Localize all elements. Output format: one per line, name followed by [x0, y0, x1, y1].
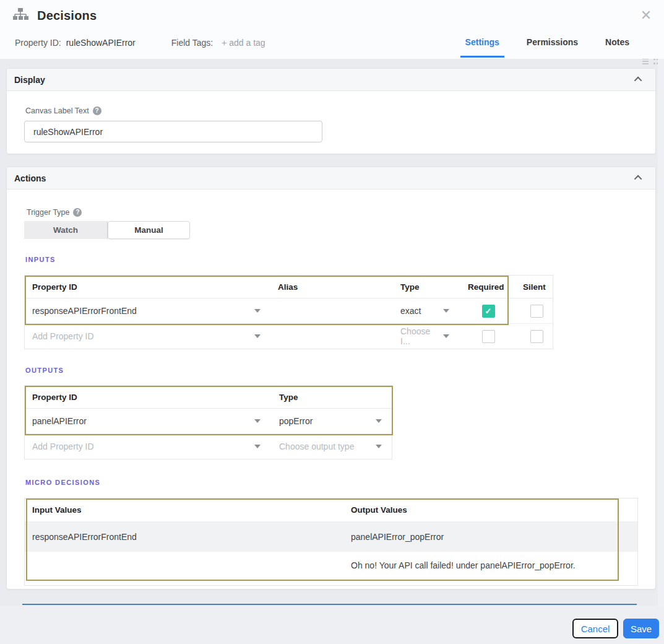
input-type-value: exact	[400, 306, 421, 316]
column-header: Alias	[270, 282, 385, 292]
inputs-group-label: INPUTS	[25, 256, 56, 263]
inputs-add-row: Add Property ID Choose I...	[25, 324, 553, 349]
sitemap-icon	[12, 7, 28, 24]
tab-notes[interactable]: Notes	[600, 36, 634, 58]
section-title: Actions	[14, 173, 46, 183]
outputs-group-label: OUTPUTS	[25, 367, 64, 374]
chevron-down-icon	[254, 309, 261, 313]
page-title: Decisions	[37, 9, 97, 23]
column-header: Type	[270, 393, 392, 402]
add-property-id-placeholder: Add Property ID	[32, 331, 94, 341]
output-property-id-value: panelAPIError	[32, 416, 87, 426]
chevron-down-icon	[443, 309, 449, 313]
tab-settings[interactable]: Settings	[460, 36, 504, 58]
field-tags-label: Field Tags:	[171, 38, 213, 48]
column-header: Property ID	[25, 282, 270, 292]
property-id-value: ruleShowAPIError	[66, 38, 136, 48]
column-header: Required	[459, 282, 509, 292]
required-checkbox[interactable]: ✓	[482, 305, 495, 318]
column-header: Input Values	[25, 505, 343, 515]
choose-input-type-dropdown[interactable]: Choose I...	[385, 326, 459, 346]
trigger-type-toggle: Watch Manual	[24, 221, 190, 239]
input-property-id-value: responseAPIErrorFrontEnd	[32, 306, 137, 316]
chevron-down-icon	[254, 445, 261, 448]
add-property-id-dropdown[interactable]: Add Property ID	[25, 442, 270, 451]
column-header: Output Values	[343, 505, 637, 515]
display-section-header[interactable]: Display	[7, 69, 655, 91]
section-title: Display	[14, 75, 45, 85]
modal-header: Decisions ✕ Property ID: ruleShowAPIErro…	[0, 0, 664, 59]
outputs-row: panelAPIError popError	[25, 409, 392, 434]
micro-decisions-header: Input Values Output Values	[25, 498, 637, 522]
cancel-button[interactable]: Cancel	[572, 619, 618, 638]
output-property-id-dropdown[interactable]: panelAPIError	[25, 416, 270, 426]
chevron-down-icon	[443, 334, 449, 338]
actions-section: Actions Trigger Type ? Watch Manual INPU…	[6, 167, 656, 590]
inputs-table: Property ID Alias Type Required Silent r…	[24, 275, 553, 349]
add-property-id-dropdown[interactable]: Add Property ID	[25, 331, 270, 341]
add-property-id-placeholder: Add Property ID	[32, 442, 94, 451]
property-id-label: Property ID:	[15, 38, 61, 48]
column-header: Type	[385, 282, 459, 292]
column-header: Silent	[509, 282, 553, 292]
choose-output-type-placeholder: Choose output type	[279, 442, 354, 451]
micro-output-value: panelAPIError_popError	[343, 532, 637, 542]
input-type-dropdown[interactable]: exact	[385, 306, 459, 316]
output-type-value: popError	[279, 416, 313, 426]
tab-permissions[interactable]: Permissions	[522, 36, 583, 58]
actions-section-header[interactable]: Actions	[7, 167, 655, 189]
chevron-down-icon	[376, 445, 382, 448]
micro-decisions-table: Input Values Output Values responseAPIEr…	[24, 498, 638, 586]
column-header: Property ID	[25, 393, 270, 402]
trigger-manual-option[interactable]: Manual	[108, 221, 190, 239]
output-type-dropdown[interactable]: popError	[270, 416, 392, 426]
micro-decisions-row[interactable]: Oh no! Your API call failed! under panel…	[25, 552, 637, 579]
outputs-table: Property ID Type panelAPIError popError …	[24, 385, 392, 459]
chevron-down-icon	[254, 419, 261, 423]
trigger-watch-option[interactable]: Watch	[24, 221, 108, 239]
help-icon[interactable]: ?	[73, 208, 82, 217]
choose-input-type-placeholder: Choose I...	[400, 326, 438, 346]
trigger-type-label: Trigger Type	[27, 208, 69, 217]
chevron-up-icon[interactable]	[634, 175, 642, 183]
silent-checkbox[interactable]	[530, 330, 543, 343]
close-icon[interactable]: ✕	[638, 7, 654, 24]
chevron-down-icon	[376, 419, 382, 423]
hamburger-icon	[642, 58, 649, 66]
inputs-table-header: Property ID Alias Type Required Silent	[25, 276, 553, 298]
micro-decisions-group-label: MICRO DECISIONS	[25, 479, 100, 486]
display-section: Display Canvas Label Text ?	[6, 68, 656, 154]
checkmark-icon: ✓	[485, 307, 492, 316]
chevron-down-icon	[254, 334, 261, 338]
inputs-row: responseAPIErrorFrontEnd exact ✓	[25, 298, 553, 324]
scrollbar[interactable]	[658, 59, 664, 606]
tab-bar: Settings Permissions Notes	[460, 36, 634, 58]
modal-footer: Cancel Save	[0, 606, 664, 644]
decisions-settings-modal: Decisions ✕ Property ID: ruleShowAPIErro…	[0, 0, 664, 644]
outputs-table-header: Property ID Type	[25, 386, 392, 409]
micro-output-message: Oh no! Your API call failed! under panel…	[343, 560, 637, 570]
input-property-id-dropdown[interactable]: responseAPIErrorFrontEnd	[25, 306, 270, 316]
help-icon[interactable]: ?	[93, 107, 101, 115]
outputs-add-row: Add Property ID Choose output type	[25, 434, 392, 459]
divider	[22, 604, 637, 605]
canvas-label-text-label: Canvas Label Text	[25, 107, 89, 115]
save-button[interactable]: Save	[623, 619, 659, 638]
chevron-up-icon[interactable]	[634, 77, 642, 85]
required-checkbox[interactable]	[482, 330, 495, 343]
add-tag-button[interactable]: + add a tag	[222, 38, 265, 48]
micro-input-value: responseAPIErrorFrontEnd	[25, 532, 343, 542]
canvas-label-text-input[interactable]	[24, 121, 322, 142]
silent-checkbox[interactable]	[530, 305, 543, 318]
micro-decisions-row[interactable]: responseAPIErrorFrontEnd panelAPIError_p…	[25, 522, 637, 552]
choose-output-type-dropdown[interactable]: Choose output type	[270, 442, 392, 451]
